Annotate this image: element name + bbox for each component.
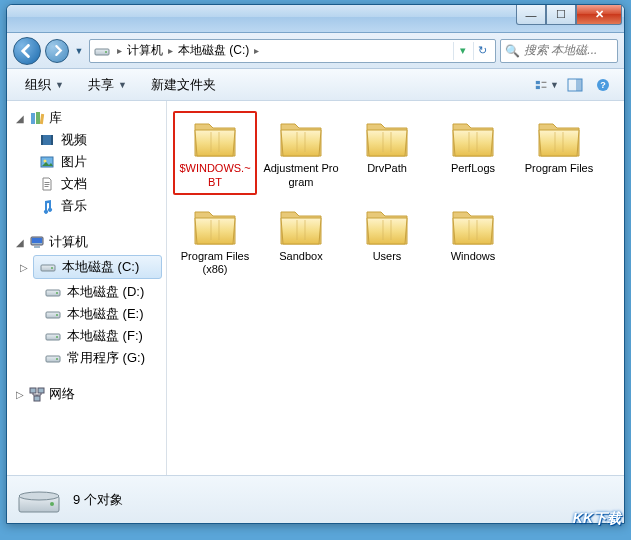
svg-rect-34 [30,388,36,393]
preview-pane-button[interactable] [562,74,588,96]
svg-rect-4 [542,81,547,82]
folder-item[interactable]: Windows [431,199,515,283]
folder-name: Adjustment Program [262,162,340,190]
sidebar-item-pictures[interactable]: 图片 [7,151,166,173]
folder-name: Program Files [525,162,593,176]
svg-rect-15 [51,135,53,145]
refresh-icon[interactable]: ↻ [473,42,491,60]
folder-item[interactable]: Sandbox [259,199,343,283]
svg-point-31 [56,336,58,338]
svg-rect-7 [576,79,582,91]
folder-icon [363,116,411,160]
network-icon [29,386,45,402]
folder-name: DrvPath [367,162,407,176]
svg-rect-22 [32,238,42,243]
libraries-icon [29,110,45,126]
folder-icon [363,204,411,248]
svg-rect-11 [36,112,40,124]
drive-icon [45,328,61,344]
svg-rect-5 [542,86,547,87]
drive-icon [45,350,61,366]
documents-icon [39,176,55,192]
folder-item[interactable]: Program Files [517,111,601,195]
svg-text:?: ? [600,80,606,90]
help-button[interactable]: ? [590,74,616,96]
new-folder-button[interactable]: 新建文件夹 [141,73,226,97]
search-input[interactable]: 🔍 搜索 本地磁... [500,39,618,63]
close-button[interactable]: ✕ [576,5,622,25]
view-options-button[interactable]: ▼ [534,74,560,96]
svg-rect-14 [41,135,43,145]
search-icon: 🔍 [505,44,520,58]
minimize-button[interactable]: — [516,5,546,25]
address-bar[interactable]: ▸ 计算机 ▸ 本地磁盘 (C:) ▸ ▾ ↻ [89,39,496,63]
svg-rect-20 [45,186,49,187]
toolbar: 组织▼ 共享▼ 新建文件夹 ▼ ? [7,69,624,101]
svg-rect-35 [38,388,44,393]
organize-button[interactable]: 组织▼ [15,73,74,97]
folder-icon [277,116,325,160]
sidebar-item-music[interactable]: 音乐 [7,195,166,217]
back-button[interactable] [13,37,41,65]
folder-item[interactable]: DrvPath [345,111,429,195]
computer-icon [29,234,45,250]
folder-name: PerfLogs [451,162,495,176]
sidebar-drive-d[interactable]: 本地磁盘 (D:) [7,281,166,303]
sidebar-network[interactable]: ▷ 网络 [7,383,166,405]
svg-rect-10 [31,113,35,124]
network-label: 网络 [49,385,75,403]
crumb-drive-c[interactable]: 本地磁盘 (C:) [176,42,251,59]
sidebar-drive-c-expand[interactable]: ▷ 本地磁盘 (C:) [7,253,166,281]
file-list-pane[interactable]: $WINDOWS.~BTAdjustment ProgramDrvPathPer… [167,101,624,475]
svg-point-38 [19,492,59,500]
sidebar-item-videos[interactable]: 视频 [7,129,166,151]
breadcrumb[interactable]: ▸ 计算机 ▸ 本地磁盘 (C:) ▸ [114,42,262,59]
sidebar-libraries[interactable]: ◢ 库 [7,107,166,129]
folder-item[interactable]: PerfLogs [431,111,515,195]
folder-name: Sandbox [279,250,322,264]
folder-icon [191,204,239,248]
svg-point-33 [56,358,58,360]
sidebar-drive-c[interactable]: 本地磁盘 (C:) [33,255,162,279]
sidebar-drive-e[interactable]: 本地磁盘 (E:) [7,303,166,325]
folder-icon [191,116,239,160]
svg-rect-18 [45,182,50,183]
crumb-computer[interactable]: 计算机 [125,42,165,59]
folder-item[interactable]: Adjustment Program [259,111,343,195]
address-row: ▼ ▸ 计算机 ▸ 本地磁盘 (C:) ▸ ▾ ↻ 🔍 搜索 本地磁... [7,33,624,69]
sidebar-item-documents[interactable]: 文档 [7,173,166,195]
sidebar-drive-f[interactable]: 本地磁盘 (F:) [7,325,166,347]
watermark: KK下载 [573,510,621,528]
navigation-pane: ◢ 库 视频 图片 文档 音乐 ◢ 计算机 ▷ [7,101,167,475]
drive-icon [45,306,61,322]
status-count: 9 个对象 [73,491,123,509]
sidebar-drive-g[interactable]: 常用程序 (G:) [7,347,166,369]
drive-icon [40,259,56,275]
pictures-icon [39,154,55,170]
svg-rect-12 [40,114,44,124]
folder-item[interactable]: Program Files (x86) [173,199,257,283]
share-button[interactable]: 共享▼ [78,73,137,97]
folder-name: Users [373,250,402,264]
collapse-icon: ◢ [15,113,25,124]
nav-history-dropdown[interactable]: ▼ [73,38,85,64]
sidebar-computer[interactable]: ◢ 计算机 [7,231,166,253]
explorer-body: ◢ 库 视频 图片 文档 音乐 ◢ 计算机 ▷ [7,101,624,475]
address-dropdown-icon[interactable]: ▾ [453,42,471,60]
svg-point-27 [56,292,58,294]
collapse-icon: ◢ [15,237,25,248]
forward-button[interactable] [45,39,69,63]
folder-icon [535,116,583,160]
folder-icon [449,116,497,160]
maximize-button[interactable]: ☐ [546,5,576,25]
svg-rect-2 [536,80,540,83]
folder-item[interactable]: $WINDOWS.~BT [173,111,257,195]
expand-icon: ▷ [15,389,25,400]
folder-item[interactable]: Users [345,199,429,283]
status-bar: 9 个对象 [7,475,624,523]
computer-label: 计算机 [49,233,88,251]
drive-icon [45,284,61,300]
svg-rect-36 [34,396,40,401]
svg-rect-23 [34,246,40,248]
explorer-window: — ☐ ✕ ▼ ▸ 计算机 ▸ 本地磁盘 (C:) ▸ ▾ ↻ [6,4,625,524]
